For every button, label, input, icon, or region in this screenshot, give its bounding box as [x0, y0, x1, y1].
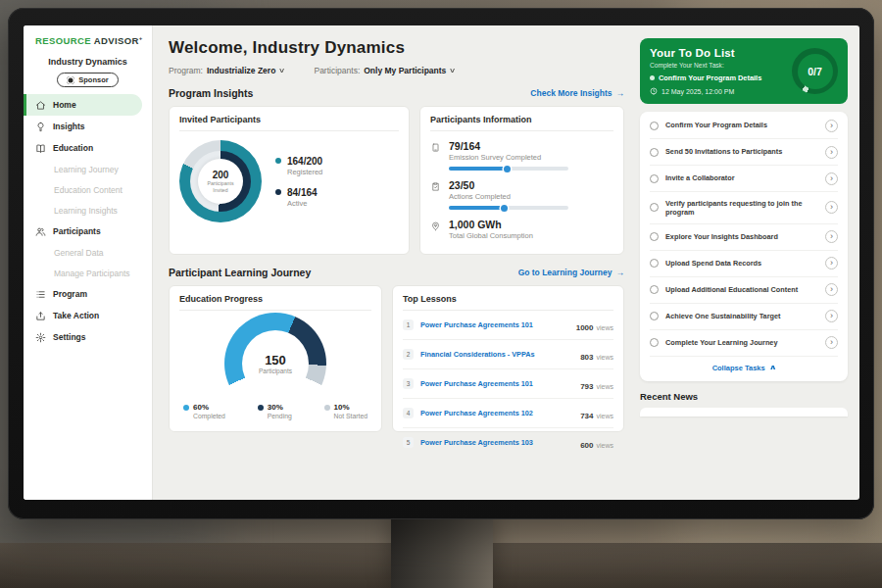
checkbox-icon[interactable]	[650, 232, 659, 241]
checkbox-icon[interactable]	[650, 259, 659, 268]
todo-summary-card: Your To Do List Complete Your Next Task:…	[640, 38, 848, 104]
lesson-views-value: 793	[580, 382, 593, 391]
program-dropdown[interactable]: Program: Industrialize Zero ∨	[169, 66, 284, 75]
progress-fill	[449, 167, 507, 171]
legend-dot-active	[275, 189, 281, 195]
chevron-right-icon[interactable]: ›	[825, 310, 838, 322]
program-insights-header: Program Insights Check More Insights →	[169, 87, 624, 99]
gauge-center-value: 150	[265, 353, 286, 368]
sidebar-item-take-action[interactable]: Take Action	[24, 305, 152, 326]
participants-dropdown[interactable]: Participants: Only My Participants ∨	[314, 66, 455, 75]
sidebar-item-label: Settings	[53, 332, 86, 342]
collapse-tasks-button[interactable]: Collapse Tasks ∧	[650, 357, 838, 380]
todo-due-time: 12 May 2025, 12:00 PM	[650, 87, 786, 95]
chevron-down-icon: ∨	[449, 67, 456, 74]
sidebar-item-manage-participants[interactable]: Manage Participants	[24, 263, 152, 283]
sidebar-item-education[interactable]: Education	[24, 137, 152, 159]
checkbox-icon[interactable]	[650, 122, 659, 130]
stat-value: 23/50	[449, 179, 568, 191]
sidebar-item-learning-journey[interactable]: Learning Journey	[24, 159, 152, 179]
legend-item-completed: 60% Completed	[183, 403, 225, 419]
logo-plus: +	[139, 35, 143, 41]
card-title-top-lessons: Top Lessons	[403, 294, 613, 311]
stat-emission-survey: 79/164 Emission Survey Completed	[430, 140, 613, 171]
checkbox-icon[interactable]	[650, 338, 659, 347]
learning-journey-cards: Education Progress 150 Participants	[169, 285, 624, 432]
stat-actions-completed: 23/50 Actions Completed	[430, 179, 613, 210]
sidebar-item-label: Take Action	[53, 311, 99, 320]
task-row-send-invitations[interactable]: Send 50 Invitations to Participants ›	[650, 139, 838, 166]
sidebar-item-home[interactable]: Home	[24, 94, 142, 116]
legend-dot-pending	[258, 405, 264, 411]
task-row-achieve-target[interactable]: Achieve One Sustainability Target ›	[650, 304, 838, 330]
gear-icon	[35, 332, 46, 343]
lesson-row: 5 Power Purchase Agreements 103 600views	[403, 428, 613, 457]
task-row-explore-insights[interactable]: Explore Your Insights Dashboard ›	[650, 224, 838, 251]
org-name: Industry Dynamics	[24, 57, 152, 67]
lesson-link[interactable]: Power Purchase Agreements 103	[420, 438, 573, 447]
chevron-right-icon[interactable]: ›	[825, 283, 838, 296]
task-row-verify-participants[interactable]: Verify participants requesting to join t…	[650, 192, 838, 224]
card-title-info: Participants Information	[430, 115, 613, 131]
monitor-stand	[391, 514, 493, 588]
task-row-upload-spend-data[interactable]: Upload Spend Data Records ›	[650, 251, 838, 277]
chevron-right-icon[interactable]: ›	[825, 257, 838, 270]
todo-next-task[interactable]: Confirm Your Program Details	[650, 74, 786, 82]
lesson-views-unit: views	[596, 442, 613, 449]
lesson-link[interactable]: Power Purchase Agreements 101	[420, 379, 573, 388]
lesson-link[interactable]: Power Purchase Agreements 102	[420, 409, 573, 417]
checkbox-icon[interactable]	[650, 203, 659, 212]
chevron-up-icon: ∧	[769, 364, 777, 371]
sponsor-badge[interactable]: Sponsor	[57, 73, 118, 87]
education-gauge-legend: 60% Completed 30% Pending	[179, 403, 371, 419]
emission-progress-bar	[449, 167, 568, 171]
chevron-right-icon[interactable]: ›	[825, 120, 838, 132]
sidebar-item-education-content[interactable]: Education Content	[24, 179, 152, 200]
checkbox-icon[interactable]	[650, 312, 659, 320]
sidebar-item-participants[interactable]: Participants	[24, 220, 152, 242]
legend-value: 84/164	[287, 187, 318, 198]
recent-news-card	[640, 408, 848, 416]
invited-participants-card: Invited Participants 200 Participants In…	[169, 106, 410, 255]
invited-donut-chart: 200 Participants Invited	[179, 140, 262, 222]
task-row-complete-learning-journey[interactable]: Complete Your Learning Journey ›	[650, 330, 838, 357]
chevron-right-icon[interactable]: ›	[825, 146, 838, 159]
todo-title: Your To Do List	[650, 47, 786, 59]
legend-label: Registered	[287, 168, 322, 176]
chevron-right-icon[interactable]: ›	[825, 201, 838, 214]
checkbox-icon[interactable]	[650, 148, 659, 157]
legend-dot-registered	[275, 158, 281, 164]
bullet-icon	[650, 75, 655, 80]
checkbox-icon[interactable]	[650, 285, 659, 294]
list-icon	[35, 289, 46, 300]
checkbox-icon[interactable]	[650, 174, 659, 183]
lesson-rank: 4	[403, 408, 414, 418]
chevron-right-icon[interactable]: ›	[825, 336, 838, 349]
upload-icon	[35, 311, 46, 321]
chevron-right-icon[interactable]: ›	[825, 230, 838, 243]
sidebar-item-program[interactable]: Program	[24, 283, 152, 305]
lesson-row: 4 Power Purchase Agreements 102 734views	[403, 399, 613, 428]
go-to-learning-journey-link[interactable]: Go to Learning Journey →	[518, 268, 624, 277]
sidebar-item-settings[interactable]: Settings	[24, 326, 152, 348]
sidebar-item-learning-insights[interactable]: Learning Insights	[24, 200, 152, 220]
sidebar-item-general-data[interactable]: General Data	[24, 242, 152, 263]
lesson-row: 2 Financial Considerations - VPPAs 803vi…	[403, 340, 613, 369]
check-more-insights-link[interactable]: Check More Insights →	[530, 88, 624, 98]
sidebar-item-label: Program	[53, 289, 87, 299]
location-pin-icon	[430, 220, 441, 231]
education-gauge-chart: 150 Participants	[224, 313, 326, 415]
task-row-invite-collaborator[interactable]: Invite a Collaborator ›	[650, 166, 838, 192]
task-row-confirm-program[interactable]: Confirm Your Program Details ›	[650, 113, 838, 139]
arrow-right-icon: →	[616, 268, 625, 277]
section-title-program-insights: Program Insights	[169, 87, 253, 99]
todo-subtitle: Complete Your Next Task:	[650, 62, 786, 69]
lesson-link[interactable]: Power Purchase Agreements 101	[420, 320, 569, 329]
task-row-upload-educational-content[interactable]: Upload Additional Educational Content ›	[650, 277, 838, 304]
sidebar-item-insights[interactable]: Insights	[24, 116, 152, 137]
lesson-views-value: 734	[580, 412, 593, 420]
invited-legend: 164/200 Registered 84/164 Active	[275, 156, 322, 208]
lesson-link[interactable]: Financial Considerations - VPPAs	[420, 350, 573, 359]
chevron-right-icon[interactable]: ›	[825, 172, 838, 185]
logo-text-advisor: ADVISOR+	[94, 35, 143, 46]
